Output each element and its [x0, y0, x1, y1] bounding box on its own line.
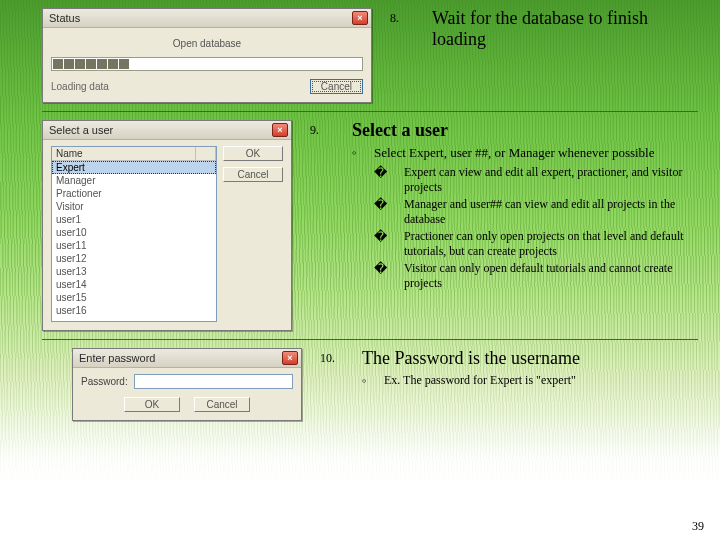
list-item[interactable]: user14	[52, 278, 216, 291]
password-label: Password:	[81, 376, 128, 387]
ok-button[interactable]: OK	[124, 397, 180, 412]
list-item[interactable]: Practioner	[52, 187, 216, 200]
bullet-text: Visitor can only open default tutorials …	[404, 261, 698, 291]
step-title: Wait for the database to finish loading	[432, 8, 698, 49]
close-icon[interactable]: ×	[352, 11, 368, 25]
step-title: Select a user	[352, 120, 698, 141]
bullet-text: Practioner can only open projects on tha…	[404, 229, 698, 259]
cancel-button[interactable]: Cancel	[223, 167, 283, 182]
page-number: 39	[692, 519, 704, 534]
list-item[interactable]: user11	[52, 239, 216, 252]
box-mark: �	[374, 165, 386, 195]
ok-button[interactable]: OK	[223, 146, 283, 161]
step-number: 8.	[390, 8, 414, 49]
dialog-title: Status	[49, 12, 80, 24]
select-user-dialog: Select a user × Name Expert Manager Prac…	[42, 120, 292, 331]
sub-bullet-mark: ◦	[352, 145, 360, 161]
cancel-button[interactable]: Cancel	[194, 397, 250, 412]
list-item[interactable]: Manager	[52, 174, 216, 187]
cancel-button[interactable]: Cancel	[310, 79, 363, 94]
step-title: The Password is the username	[362, 348, 698, 369]
bullet-text: Expert can view and edit all expert, pra…	[404, 165, 698, 195]
dialog-title: Enter password	[79, 352, 155, 364]
list-item[interactable]: Expert	[52, 161, 216, 174]
box-mark: �	[374, 197, 386, 227]
dialog-title: Select a user	[49, 124, 113, 136]
list-item[interactable]: user1	[52, 213, 216, 226]
password-input[interactable]	[134, 374, 293, 389]
list-item[interactable]: user12	[52, 252, 216, 265]
open-database-dialog: Status × Open database Loading data Canc…	[42, 8, 372, 103]
sub-bullet-mark: ◦	[362, 373, 370, 389]
sub-text: Select Expert, user ##, or Manager whene…	[374, 145, 698, 161]
bullet-text: Manager and user## can view and edit all…	[404, 197, 698, 227]
list-item[interactable]: user15	[52, 291, 216, 304]
sub-text: Ex. The password for Expert is "expert"	[384, 373, 698, 389]
box-mark: �	[374, 229, 386, 259]
box-mark: �	[374, 261, 386, 291]
close-icon[interactable]: ×	[282, 351, 298, 365]
progress-bar	[51, 57, 363, 71]
step-number: 9.	[310, 120, 334, 141]
status-text: Loading data	[51, 81, 109, 92]
close-icon[interactable]: ×	[272, 123, 288, 137]
step-number: 10.	[320, 348, 344, 369]
list-item[interactable]: user10	[52, 226, 216, 239]
list-item[interactable]: Visitor	[52, 200, 216, 213]
user-listbox[interactable]: Name Expert Manager Practioner Visitor u…	[51, 146, 217, 322]
column-header: Name	[52, 147, 196, 160]
list-item[interactable]: user16	[52, 304, 216, 317]
dialog-label: Open database	[51, 38, 363, 49]
list-item[interactable]: user13	[52, 265, 216, 278]
enter-password-dialog: Enter password × Password: OK Cancel	[72, 348, 302, 421]
